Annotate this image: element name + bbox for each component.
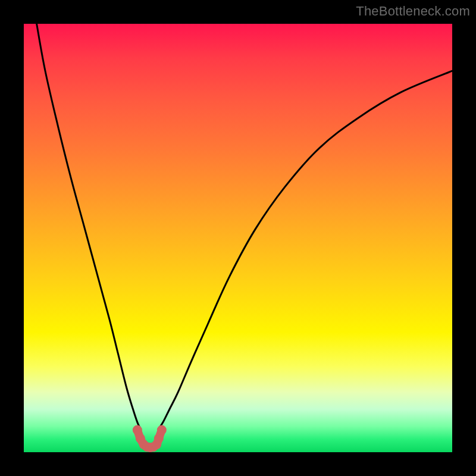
chart-frame: TheBottleneck.com — [0, 0, 476, 476]
highlight-dot — [154, 434, 164, 443]
curve-layer — [24, 24, 452, 452]
curve-left-branch — [37, 24, 140, 428]
curve-right-branch — [159, 71, 452, 428]
highlight-dot — [157, 425, 167, 435]
plot-area — [24, 24, 452, 452]
watermark-text: TheBottleneck.com — [356, 4, 470, 19]
highlight-dot — [133, 425, 142, 435]
